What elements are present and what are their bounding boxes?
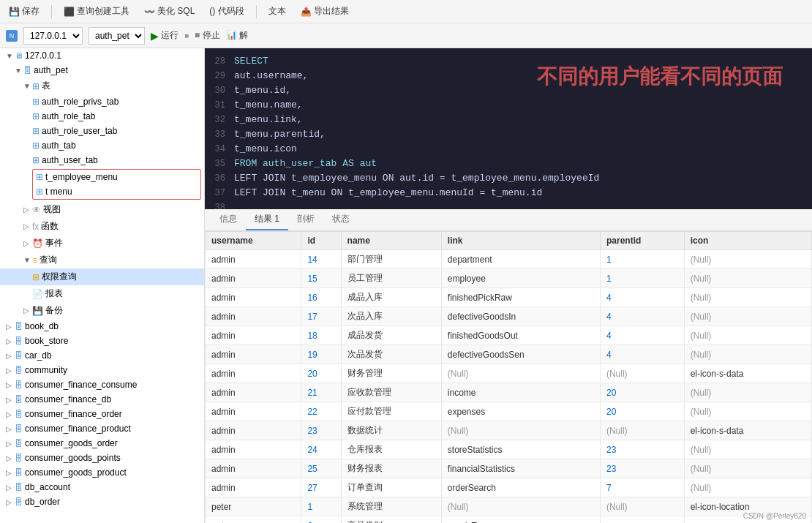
sidebar-item-consumer-finance-consume[interactable]: ▷ 🗄 consumer_finance_consume: [0, 377, 204, 392]
table-row: admin15员工管理employee1(Null): [206, 269, 812, 288]
code-line: 37 LEFT JOIN t_menu ON t_employee_menu.m…: [205, 186, 812, 200]
tab-result1[interactable]: 结果 1: [246, 209, 288, 230]
db-icon: 🗄: [15, 483, 23, 492]
beautify-icon: 〰️: [144, 7, 155, 17]
sidebar-item-events[interactable]: ▷ ⏰ 事件: [0, 235, 204, 252]
sidebar-item-auth-role-privs-tab[interactable]: ⊞ auth_role_privs_tab: [0, 94, 204, 109]
separator: [51, 5, 52, 18]
sidebar-item-views[interactable]: ▷ 👁 视图: [0, 201, 204, 218]
code-line: 35 FROM auth_user_tab AS aut: [205, 157, 812, 171]
db-icon: 🗄: [15, 351, 23, 360]
sidebar-item-root[interactable]: ▼ 🖥 127.0.0.1: [0, 48, 204, 63]
sidebar-item-query-1[interactable]: ⊞ 权限查询: [0, 268, 204, 285]
sidebar-item-consumer-finance-order[interactable]: ▷ 🗄 consumer_finance_order: [0, 407, 204, 421]
sidebar-item-auth-pet[interactable]: ▼ 🗄 auth_pet: [0, 63, 204, 78]
col-header-id: id: [301, 232, 341, 250]
sidebar-item-car-db[interactable]: ▷ 🗄 car_db: [0, 348, 204, 363]
code-segment-button[interactable]: () 代码段: [206, 4, 247, 19]
arrow-icon: ▼: [23, 256, 32, 264]
query-icon: ⊞: [32, 272, 40, 282]
table-row: admin16成品入库finishedPickRaw4(Null): [206, 288, 812, 307]
sidebar-item-t-menu[interactable]: ⊞ t menu: [33, 184, 200, 199]
col-header-icon: icon: [684, 232, 811, 250]
arrow-icon: ▷: [6, 440, 15, 448]
table-icon: ⊞: [36, 187, 43, 197]
sidebar-item-functions[interactable]: ▷ fx 函数: [0, 218, 204, 235]
table-row: admin25财务报表financialStatistics23(Null): [206, 459, 812, 478]
sidebar-item-db-account[interactable]: ▷ 🗄 db_account: [0, 480, 204, 494]
play-icon: ▶: [151, 30, 159, 42]
functions-icon: fx: [32, 222, 39, 232]
sidebar-item-auth-role-user-tab[interactable]: ⊞ auth_role_user_tab: [0, 124, 204, 138]
col-header-link: link: [441, 232, 600, 250]
text-button[interactable]: 文本: [266, 4, 289, 19]
tab-analysis[interactable]: 剖析: [288, 209, 323, 230]
sidebar-item-consumer-finance-product[interactable]: ▷ 🗄 consumer_finance_product: [0, 421, 204, 436]
arrow-icon: ▷: [6, 410, 15, 418]
sidebar-item-book-store[interactable]: ▷ 🗄 book_store: [0, 334, 204, 348]
table-row: admin22应付款管理expenses20(Null): [206, 402, 812, 421]
sidebar-item-auth-role-tab[interactable]: ⊞ auth_role_tab: [0, 109, 204, 124]
run-button[interactable]: ▶ 运行: [151, 29, 178, 42]
export-icon: 📤: [301, 7, 312, 17]
sidebar-item-auth-tab[interactable]: ⊞ auth_tab: [0, 138, 204, 153]
stop-button[interactable]: ■ 停止: [195, 29, 220, 42]
beautify-sql-button[interactable]: 〰️ 美化 SQL: [141, 4, 198, 19]
events-icon: ⏰: [32, 238, 43, 249]
db-icon: 🗄: [15, 380, 23, 389]
sidebar-item-consumer-goods-order[interactable]: ▷ 🗄 consumer_goods_order: [0, 436, 204, 451]
save-button[interactable]: 💾 保存: [6, 4, 42, 19]
table-icon: ⊞: [36, 172, 43, 182]
code-line: 34 t_menu.icon: [205, 142, 812, 157]
export-button[interactable]: 📤 导出结果: [298, 4, 352, 19]
save-icon: 💾: [9, 7, 20, 17]
explain-button[interactable]: 📊 解: [226, 29, 248, 42]
results-panel: 信息 结果 1 剖析 状态 username id name link pare…: [205, 209, 812, 523]
sidebar-item-consumer-finance-db[interactable]: ▷ 🗄 consumer_finance_db: [0, 392, 204, 407]
arrow-icon: ▼: [23, 82, 32, 90]
bordered-tables-group: ⊞ t_employee_menu ⊞ t menu: [32, 169, 201, 200]
table-icon: ⊞: [32, 111, 40, 121]
sidebar-item-db-order[interactable]: ▷ 🗄 db_order: [0, 494, 204, 509]
sidebar-item-consumer-goods-product[interactable]: ▷ 🗄 consumer_goods_product: [0, 465, 204, 480]
table-row: peter2商品类别goodsType: [206, 516, 812, 524]
code-line: 31 t_menu.name,: [205, 98, 812, 113]
views-icon: 👁: [32, 205, 41, 215]
tab-status[interactable]: 状态: [323, 209, 358, 230]
code-editor[interactable]: 不同的用户能看不同的页面 28 SELECT 29 aut.username, …: [205, 48, 812, 209]
db-select[interactable]: auth_pet: [89, 27, 145, 45]
results-tabs: 信息 结果 1 剖析 状态: [205, 209, 812, 231]
arrow-icon: ▷: [6, 337, 15, 345]
sidebar-item-book-db[interactable]: ▷ 🗄 book_db: [0, 319, 204, 334]
sidebar-item-auth-user-tab[interactable]: ⊞ auth_user_tab: [0, 153, 204, 168]
sidebar-item-consumer-goods-points[interactable]: ▷ 🗄 consumer_goods_points: [0, 451, 204, 465]
sidebar-item-queries[interactable]: ▼ ≡ 查询: [0, 252, 204, 268]
table-row: peter1系统管理(Null)(Null)el-icon-location: [206, 497, 812, 516]
sidebar-item-community[interactable]: ▷ 🗄 community: [0, 363, 204, 377]
code-line: 32 t_menu.link,: [205, 113, 812, 127]
query-builder-button[interactable]: ⬛ 查询创建工具: [61, 4, 132, 19]
table-icon: ⊞: [32, 126, 40, 136]
sidebar: ▼ 🖥 127.0.0.1 ▼ 🗄 auth_pet ▼ ⊞ 表 ⊞ auth_…: [0, 48, 205, 523]
sidebar-item-tables[interactable]: ▼ ⊞ 表: [0, 78, 204, 94]
tab-info[interactable]: 信息: [211, 209, 246, 230]
sidebar-item-backups[interactable]: ▷ 💾 备份: [0, 302, 204, 319]
arrow-icon: ▷: [23, 306, 32, 315]
toolbar: 💾 保存 ⬛ 查询创建工具 〰️ 美化 SQL () 代码段 文本 📤 导出结果: [0, 0, 812, 23]
table-row: admin19次品发货defectiveGoodsSen4(Null): [206, 345, 812, 364]
arrow-icon: ▷: [6, 366, 15, 375]
arrow-icon: ▼: [6, 52, 15, 60]
tables-icon: ⊞: [32, 81, 40, 91]
sidebar-item-t-employee-menu[interactable]: ⊞ t_employee_menu: [33, 170, 200, 184]
table-row: admin24仓库报表storeStatistics23(Null): [206, 440, 812, 459]
table-row: admin20财务管理(Null)(Null)el-icon-s-data: [206, 364, 812, 383]
arrow-icon: ▷: [6, 381, 15, 389]
code-line: 36 LEFT JOIN t_employee_menu ON aut.id =…: [205, 171, 812, 186]
connection-icon: N: [6, 30, 18, 42]
sidebar-item-query-2[interactable]: 📄 报表: [0, 285, 204, 302]
arrow-icon: ▷: [6, 498, 15, 506]
host-select[interactable]: 127.0.0.1: [23, 27, 83, 45]
table-icon: ⊞: [32, 97, 40, 107]
report-icon: 📄: [32, 289, 43, 299]
main-layout: ▼ 🖥 127.0.0.1 ▼ 🗄 auth_pet ▼ ⊞ 表 ⊞ auth_…: [0, 48, 812, 523]
